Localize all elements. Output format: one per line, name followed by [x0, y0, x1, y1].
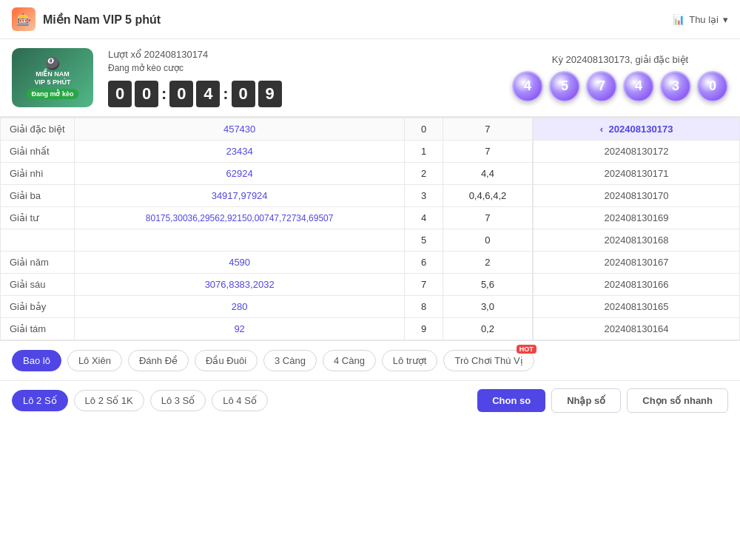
tab-3-cang[interactable]: 3 Càng [263, 350, 317, 371]
side-table: ‹ 202408130173 202408130172 202408130171… [533, 118, 740, 340]
timer-d2: 0 [135, 81, 158, 107]
table-row[interactable]: 202408130169 [534, 207, 740, 229]
table-row: Giải năm 4590 6 2 [1, 252, 533, 274]
tab-4-cang[interactable]: 4 Càng [323, 350, 376, 371]
table-row[interactable]: ‹ 202408130173 [534, 118, 740, 141]
timer-d3: 0 [169, 81, 193, 107]
ball-5: 3 [660, 71, 691, 102]
main-table: Giải đặc biệt 457430 0 7 Giải nhất 23434… [0, 118, 533, 340]
nhap-so-button[interactable]: Nhập số [551, 388, 621, 413]
table-row: Giải sáu 3076,8383,2032 7 5,6 [1, 274, 533, 296]
dang-mo-text: Đang mở kèo cược [108, 63, 497, 73]
table-row[interactable]: 202408130171 [534, 163, 740, 185]
ball-3: 7 [586, 71, 617, 102]
subtab-lo-2-so[interactable]: Lô 2 Số [12, 390, 68, 411]
table-section: Giải đặc biệt 457430 0 7 Giải nhất 23434… [0, 117, 740, 340]
game-info-section: 🎱 MIỀN NAMVIP 5 PHÚT Đang mở kèo Lượt xổ… [0, 39, 740, 117]
table-row[interactable]: 202408130170 [534, 185, 740, 207]
header: 🎰 Miền Nam VIP 5 phút 📊 Thu lại ▾ [0, 0, 740, 39]
luot-xo-text: Lượt xổ 202408130174 [108, 49, 497, 60]
table-row: Giải ba 34917,97924 3 0,4,6,4,2 [1, 185, 533, 207]
tab-dau-duoi[interactable]: Đầu Đuôi [195, 350, 258, 371]
table-row: Giải đặc biệt 457430 0 7 [1, 118, 533, 141]
table-row: Giải tư 80175,30036,29562,92150,00747,72… [1, 207, 533, 229]
timer-d6: 9 [258, 81, 282, 107]
table-row[interactable]: 202408130165 [534, 296, 740, 318]
tab-bao-lo[interactable]: Bao lô [12, 350, 61, 371]
subtab-lo-4-so[interactable]: Lô 4 Số [212, 390, 268, 411]
chon-so-nhanh-button[interactable]: Chọn số nhanh [627, 388, 728, 413]
table-row: Giải nhì 62924 2 4,4 [1, 163, 533, 185]
thu-lai-button[interactable]: 📊 Thu lại ▾ [673, 14, 728, 25]
result-section: Kỳ 202408130173, giải đặc biệt 4 5 7 4 3… [512, 48, 728, 107]
timer-d1: 0 [108, 81, 132, 107]
table-row: Giải nhất 23434 1 7 [1, 141, 533, 163]
tab-lo-truot[interactable]: Lô trượt [382, 350, 438, 371]
thu-lai-label: Thu lại [689, 14, 719, 25]
result-title: Kỳ 202408130173, giải đặc biệt [552, 54, 688, 65]
ball-1: 4 [512, 71, 543, 102]
chon-so-button[interactable]: Chon so [477, 389, 545, 412]
ball-6: 0 [697, 71, 728, 102]
logo-text: MIỀN NAMVIP 5 PHÚT [35, 70, 71, 87]
chevron-down-icon: ▾ [723, 14, 728, 25]
game-logo: 🎱 MIỀN NAMVIP 5 PHÚT Đang mở kèo [12, 48, 93, 107]
timer: 0 0 : 0 4 : 0 9 [108, 81, 497, 107]
table-row[interactable]: 202408130167 [534, 252, 740, 274]
chart-icon: 📊 [673, 14, 684, 25]
timer-d5: 0 [232, 81, 255, 107]
tab-tro-choi[interactable]: Trò Chơi Thú Vị HOT [443, 350, 534, 371]
table-row[interactable]: 202408130164 [534, 318, 740, 340]
page-title: Miền Nam VIP 5 phút [43, 13, 161, 27]
tab-lo-xien[interactable]: Lô Xiên [67, 350, 122, 371]
header-left: 🎰 Miền Nam VIP 5 phút [12, 7, 161, 31]
game-meta: Lượt xổ 202408130174 Đang mở kèo cược 0 … [108, 48, 497, 107]
ball-2: 5 [549, 71, 580, 102]
table-row[interactable]: 202408130172 [534, 141, 740, 163]
tab-danh-de[interactable]: Đánh Đề [128, 350, 189, 371]
result-balls: 4 5 7 4 3 0 [512, 71, 728, 102]
timer-d4: 4 [196, 81, 220, 107]
table-row[interactable]: 202408130168 [534, 229, 740, 252]
table-row: Giải tám 92 9 0,2 [1, 318, 533, 340]
ball-4: 4 [623, 71, 654, 102]
subtab-lo-3-so[interactable]: Lô 3 Số [150, 390, 206, 411]
sub-tabs-row: Lô 2 Số Lô 2 Số 1K Lô 3 Số Lô 4 Số Chon … [0, 380, 740, 420]
hot-badge: HOT [517, 345, 536, 354]
subtab-lo-2-so-1k[interactable]: Lô 2 Số 1K [74, 390, 144, 411]
table-row: 5 0 [1, 229, 533, 252]
bet-tabs: Bao lô Lô Xiên Đánh Đề Đầu Đuôi 3 Càng 4… [0, 340, 740, 380]
app-logo: 🎰 [12, 7, 36, 31]
table-row[interactable]: 202408130166 [534, 274, 740, 296]
table-row: Giải bảy 280 8 3,0 [1, 296, 533, 318]
logo-badge: Đang mở kèo [27, 89, 78, 99]
